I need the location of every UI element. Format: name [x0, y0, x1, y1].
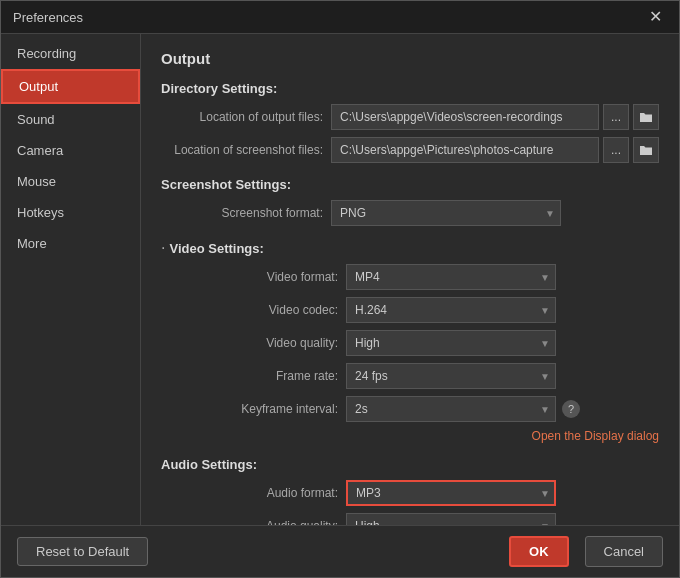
directory-settings-title: Directory Settings: — [161, 81, 659, 96]
footer: Reset to Default OK Cancel — [1, 525, 679, 577]
preferences-dialog: Preferences ✕ Recording Output Sound Cam… — [0, 0, 680, 578]
output-location-row: Location of output files: ... — [161, 104, 659, 130]
video-format-select[interactable]: MP4AVIMKVMOV — [346, 264, 556, 290]
video-codec-row: Video codec: H.264H.265VP8VP9 ▼ — [161, 297, 659, 323]
screenshot-browse-button[interactable]: ... — [603, 137, 629, 163]
cancel-button[interactable]: Cancel — [585, 536, 663, 567]
video-format-wrapper: MP4AVIMKVMOV ▼ — [346, 264, 556, 290]
screenshot-format-row: Screenshot format: PNG JPEG BMP ▼ — [161, 200, 659, 226]
footer-right: OK Cancel — [509, 536, 663, 567]
screenshot-settings-title: Screenshot Settings: — [161, 177, 659, 192]
video-codec-label: Video codec: — [161, 303, 346, 317]
audio-format-wrapper: MP3AACWAVFLAC ▼ — [346, 480, 556, 506]
frame-rate-row: Frame rate: 24 fps30 fps60 fps ▼ — [161, 363, 659, 389]
output-browse-button[interactable]: ... — [603, 104, 629, 130]
sidebar: Recording Output Sound Camera Mouse Hotk… — [1, 34, 141, 525]
keyframe-help-icon[interactable]: ? — [562, 400, 580, 418]
keyframe-wrapper: 2s5s10s ▼ — [346, 396, 556, 422]
screenshot-format-wrapper: PNG JPEG BMP ▼ — [331, 200, 561, 226]
video-codec-wrapper: H.264H.265VP8VP9 ▼ — [346, 297, 556, 323]
audio-format-label: Audio format: — [161, 486, 346, 500]
video-format-row: Video format: MP4AVIMKVMOV ▼ — [161, 264, 659, 290]
keyframe-label: Keyframe interval: — [161, 402, 346, 416]
audio-format-row: Audio format: MP3AACWAVFLAC ▼ — [161, 480, 659, 506]
bullet-icon: · — [161, 240, 165, 256]
sidebar-item-more[interactable]: More — [1, 228, 140, 259]
output-folder-button[interactable] — [633, 104, 659, 130]
video-settings-title: Video Settings: — [169, 241, 263, 256]
screenshot-location-input[interactable] — [331, 137, 599, 163]
page-title: Output — [161, 50, 659, 67]
ok-button[interactable]: OK — [509, 536, 569, 567]
screenshot-format-select[interactable]: PNG JPEG BMP — [331, 200, 561, 226]
audio-format-select[interactable]: MP3AACWAVFLAC — [346, 480, 556, 506]
frame-rate-wrapper: 24 fps30 fps60 fps ▼ — [346, 363, 556, 389]
output-location-input[interactable] — [331, 104, 599, 130]
audio-quality-select[interactable]: HighMediumLow — [346, 513, 556, 525]
frame-rate-select[interactable]: 24 fps30 fps60 fps — [346, 363, 556, 389]
audio-quality-wrapper: HighMediumLow ▼ — [346, 513, 556, 525]
video-settings-row: · Video Settings: — [161, 240, 659, 256]
screenshot-folder-button[interactable] — [633, 137, 659, 163]
output-location-label: Location of output files: — [161, 110, 331, 124]
screenshot-location-row: Location of screenshot files: ... — [161, 137, 659, 163]
audio-settings-title: Audio Settings: — [161, 457, 659, 472]
title-bar: Preferences ✕ — [1, 1, 679, 34]
close-button[interactable]: ✕ — [644, 7, 667, 27]
reset-button[interactable]: Reset to Default — [17, 537, 148, 566]
sidebar-item-sound[interactable]: Sound — [1, 104, 140, 135]
display-dialog-link[interactable]: Open the Display dialog — [532, 429, 659, 443]
screenshot-location-label: Location of screenshot files: — [161, 143, 331, 157]
sidebar-item-recording[interactable]: Recording — [1, 38, 140, 69]
dialog-title: Preferences — [13, 10, 83, 25]
video-quality-label: Video quality: — [161, 336, 346, 350]
audio-quality-row: Audio quality: HighMediumLow ▼ — [161, 513, 659, 525]
video-quality-row: Video quality: HighMediumLow ▼ — [161, 330, 659, 356]
keyframe-select[interactable]: 2s5s10s — [346, 396, 556, 422]
main-panel: Output Directory Settings: Location of o… — [141, 34, 679, 525]
frame-rate-label: Frame rate: — [161, 369, 346, 383]
sidebar-item-output[interactable]: Output — [1, 69, 140, 104]
keyframe-row: Keyframe interval: 2s5s10s ▼ ? — [161, 396, 659, 422]
video-quality-select[interactable]: HighMediumLow — [346, 330, 556, 356]
video-format-label: Video format: — [161, 270, 346, 284]
sidebar-item-mouse[interactable]: Mouse — [1, 166, 140, 197]
screenshot-format-label: Screenshot format: — [161, 206, 331, 220]
video-quality-wrapper: HighMediumLow ▼ — [346, 330, 556, 356]
display-dialog-link-row: Open the Display dialog — [161, 429, 659, 443]
sidebar-item-hotkeys[interactable]: Hotkeys — [1, 197, 140, 228]
dialog-content: Recording Output Sound Camera Mouse Hotk… — [1, 34, 679, 525]
video-codec-select[interactable]: H.264H.265VP8VP9 — [346, 297, 556, 323]
sidebar-item-camera[interactable]: Camera — [1, 135, 140, 166]
